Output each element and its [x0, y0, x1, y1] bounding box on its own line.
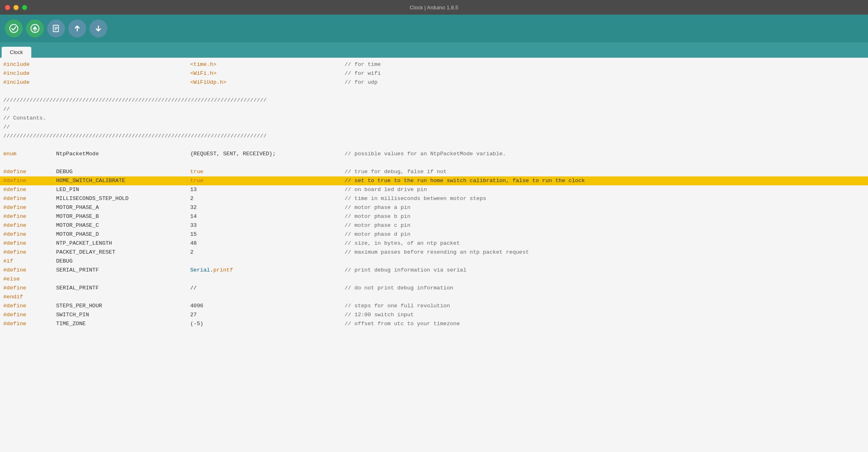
code-line: #defineNTP_PACKET_LENGTH48// size, in by… [0, 239, 868, 248]
upload-button[interactable] [26, 20, 44, 37]
code-line: #include<WiFiUdp.h>// for udp [0, 78, 868, 87]
code-line: #defineMILLISECONDS_STEP_HOLD2// time in… [0, 194, 868, 203]
code-line: #defineLED_PIN13// on board led drive pi… [0, 185, 868, 194]
tabbar: Clock [0, 42, 868, 58]
close-button[interactable] [5, 5, 10, 10]
titlebar: Clock | Arduino 1.8.5 [0, 0, 868, 15]
code-line: // [0, 123, 868, 132]
code-line: #else [0, 275, 868, 284]
code-line: #defineHOME_SWITCH_CALIBRATEtrue// set t… [0, 176, 868, 185]
new-button[interactable] [47, 20, 65, 37]
minimize-button[interactable] [13, 5, 19, 10]
code-line [0, 141, 868, 150]
open-button[interactable] [68, 20, 86, 37]
svg-point-0 [10, 24, 18, 33]
code-line: #defineSWITCH_PIN27// 12:00 switch input [0, 311, 868, 319]
code-line: #endif [0, 293, 868, 302]
maximize-button[interactable] [22, 5, 27, 10]
code-line: #defineSTEPS_PER_HOUR4096// steps for on… [0, 302, 868, 311]
code-line: #definePACKET_DELAY_RESET2// maximum pas… [0, 248, 868, 257]
code-line: ////////////////////////////////////////… [0, 132, 868, 141]
traffic-lights [5, 5, 27, 10]
save-button[interactable] [89, 20, 107, 37]
code-line: #defineMOTOR_PHASE_A32// motor phase a p… [0, 203, 868, 212]
code-line: // Constants. [0, 114, 868, 123]
code-line: #defineDEBUGtrue// true for debug, false… [0, 167, 868, 176]
code-line: #ifDEBUG [0, 257, 868, 266]
code-line: #defineMOTOR_PHASE_B14// motor phase b p… [0, 212, 868, 221]
code-line [0, 159, 868, 167]
toolbar [0, 15, 868, 42]
code-line: enumNtpPacketMode{REQUEST, SENT, RECEIVE… [0, 150, 868, 159]
code-line: #include<WiFi.h>// for wifi [0, 69, 868, 78]
code-line: #defineMOTOR_PHASE_C33// motor phase c p… [0, 221, 868, 230]
code-line: ////////////////////////////////////////… [0, 96, 868, 105]
code-line: #defineMOTOR_PHASE_D15// motor phase d p… [0, 230, 868, 239]
editor[interactable]: #include<time.h>// for time#include<WiFi… [0, 58, 868, 452]
code-line: #defineSERIAL_PRINTFSerial.printf// prin… [0, 266, 868, 275]
code-line: #defineSERIAL_PRINTF//// do not print de… [0, 284, 868, 293]
tab-clock[interactable]: Clock [2, 47, 31, 58]
code-line: #include<time.h>// for time [0, 60, 868, 69]
code-line: #defineTIME_ZONE(-5)// offset from utc t… [0, 319, 868, 328]
code-line [0, 87, 868, 96]
window-title: Clock | Arduino 1.8.5 [410, 4, 458, 11]
verify-button[interactable] [5, 20, 23, 37]
code-line: // [0, 105, 868, 114]
